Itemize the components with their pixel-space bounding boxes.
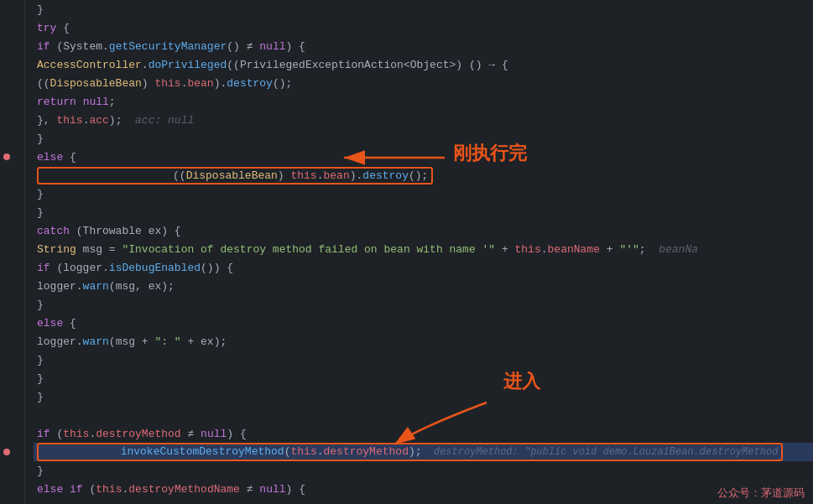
code-line-110 <box>34 406 813 424</box>
code-line-109: } <box>34 387 813 406</box>
code-line-111: if (this.destroyMethod ≠ null) { <box>34 424 813 443</box>
code-line-98: } <box>34 184 813 203</box>
watermark: 公众号：茅道源码 <box>717 486 805 501</box>
code-line-104: } <box>34 295 813 314</box>
gutter-line-96 <box>0 148 24 166</box>
gutter-line-101 <box>0 240 24 258</box>
gutter-line-92 <box>0 74 24 92</box>
code-line-90: if (System.getSecurityManager() ≠ null) … <box>34 37 813 55</box>
gutter-line-88 <box>0 0 24 18</box>
gutter-line-109 <box>0 387 24 406</box>
code-line-93: return null; <box>34 92 813 111</box>
code-line-99: } <box>34 203 813 221</box>
code-line-106: logger.warn(msg + ": " + ex); <box>34 332 813 351</box>
gutter-line-90 <box>0 37 24 55</box>
code-line-114: else if (this.destroyMethodName ≠ null) … <box>34 480 813 498</box>
gutter-line-112 <box>0 443 24 461</box>
code-line-103: logger.warn(msg, ex); <box>34 277 813 295</box>
code-line-112: invokeCustomDestroyMethod(this.destroyMe… <box>34 443 813 461</box>
gutter-line-104 <box>0 295 24 314</box>
gutter-line-113 <box>0 461 24 480</box>
gutter-line-110 <box>0 406 24 424</box>
gutter-line-95 <box>0 129 24 148</box>
line-number-gutter <box>0 0 25 504</box>
code-line-94: }, this.acc); acc: null <box>34 111 813 129</box>
code-line-91: AccessController.doPrivileged((Privilege… <box>34 55 813 74</box>
gutter-line-97 <box>0 166 24 184</box>
gutter-line-111 <box>0 424 24 443</box>
gutter-line-99 <box>0 203 24 221</box>
gutter-line-93 <box>0 92 24 111</box>
gutter-line-105 <box>0 314 24 332</box>
code-line-101: String msg = "Invocation of destroy meth… <box>34 240 813 258</box>
gutter-line-114 <box>0 480 24 498</box>
code-line-88: } <box>34 0 813 18</box>
gutter-line-102 <box>0 258 24 277</box>
gutter-line-91 <box>0 55 24 74</box>
code-line-108: } <box>34 369 813 387</box>
gutter-line-98 <box>0 184 24 203</box>
code-line-97: ((DisposableBean) this.bean).destroy(); <box>34 166 813 184</box>
gutter-line-106 <box>0 332 24 351</box>
code-line-113: } <box>34 461 813 480</box>
gutter-line-107 <box>0 351 24 369</box>
code-line-89: try { <box>34 18 813 37</box>
gutter-line-103 <box>0 277 24 295</box>
editor-container: } try { if (System.getSecurityManager() … <box>0 0 813 504</box>
gutter-line-89 <box>0 18 24 37</box>
code-area[interactable]: } try { if (System.getSecurityManager() … <box>25 0 813 504</box>
code-line-102: if (logger.isDebugEnabled()) { <box>34 258 813 277</box>
code-line-95: } <box>34 129 813 148</box>
gutter-line-94 <box>0 111 24 129</box>
gutter-line-108 <box>0 369 24 387</box>
gutter-line-100 <box>0 221 24 240</box>
code-line-100: catch (Throwable ex) { <box>34 221 813 240</box>
code-line-96: else { <box>34 148 813 166</box>
code-line-107: } <box>34 351 813 369</box>
code-line-105: else { <box>34 314 813 332</box>
code-line-92: ((DisposableBean) this.bean).destroy(); <box>34 74 813 92</box>
